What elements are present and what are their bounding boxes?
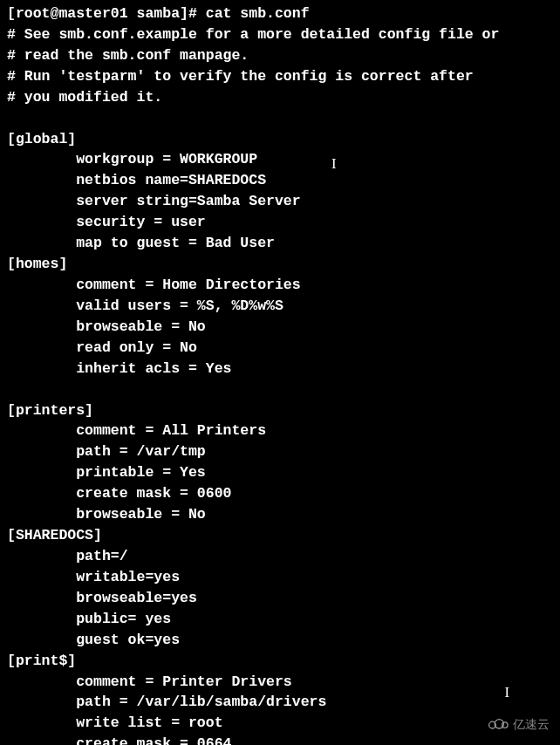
watermark-text: 亿速云: [513, 715, 550, 733]
terminal-line: inherit acls = Yes: [7, 359, 553, 379]
terminal-line: map to guest = Bad User: [7, 233, 553, 254]
text-cursor-icon: I: [505, 682, 510, 703]
terminal-line: create mask = 0600: [7, 483, 553, 504]
terminal-line: [printers]: [7, 400, 553, 421]
terminal-line: path = /var/tmp: [7, 441, 553, 462]
terminal-line: # you modified it.: [7, 87, 553, 108]
terminal-line: browseable=yes: [7, 588, 553, 609]
terminal-output[interactable]: [root@master01 samba]# cat smb.conf # Se…: [7, 3, 553, 745]
terminal-prompt-line: [root@master01 samba]# cat smb.conf: [7, 3, 553, 24]
terminal-line: workgroup = WORKGROUP: [7, 149, 553, 170]
terminal-line: write list = root: [7, 713, 553, 734]
terminal-line: comment = Printer Drivers: [7, 672, 553, 693]
terminal-line: browseable = No: [7, 317, 553, 338]
terminal-line: read only = No: [7, 338, 553, 359]
terminal-line: public= yes: [7, 609, 553, 630]
terminal-line: [print$]: [7, 651, 553, 672]
terminal-line: # See smb.conf.example for a more detail…: [7, 24, 553, 45]
svg-point-2: [502, 722, 508, 728]
terminal-line: comment = Home Directories: [7, 275, 553, 296]
terminal-line: path=/: [7, 546, 553, 567]
terminal-file-content: # See smb.conf.example for a more detail…: [7, 24, 553, 745]
text-cursor-icon: I: [331, 154, 337, 174]
terminal-line: # Run 'testparm' to verify the config is…: [7, 66, 553, 87]
terminal-line: printable = Yes: [7, 462, 553, 483]
terminal-line: # read the smb.conf manpage.: [7, 45, 553, 66]
terminal-line: [7, 379, 553, 400]
terminal-line: netbios name=SHAREDOCS: [7, 170, 553, 191]
terminal-line: security = user: [7, 212, 553, 233]
terminal-line: guest ok=yes: [7, 630, 553, 651]
watermark: 亿速云: [487, 715, 550, 733]
terminal-line: create mask = 0664: [7, 734, 553, 745]
terminal-line: browseable = No: [7, 504, 553, 525]
terminal-line: path = /var/lib/samba/drivers: [7, 692, 553, 713]
cloud-logo-icon: [487, 717, 509, 731]
terminal-line: [7, 108, 553, 129]
terminal-line: [global]: [7, 129, 553, 150]
terminal-line: [SHAREDOCS]: [7, 525, 553, 546]
terminal-line: comment = All Printers: [7, 420, 553, 441]
terminal-line: writable=yes: [7, 567, 553, 588]
terminal-line: [homes]: [7, 254, 553, 275]
terminal-line: server string=Samba Server: [7, 191, 553, 212]
terminal-line: valid users = %S, %D%w%S: [7, 296, 553, 317]
